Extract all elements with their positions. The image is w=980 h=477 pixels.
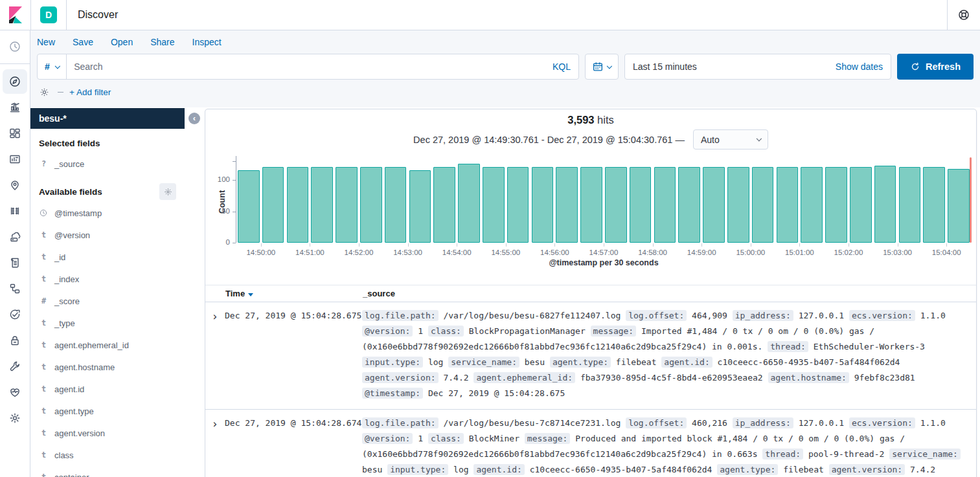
available-field-agent.hostname[interactable]: tagent.hostname: [30, 356, 205, 378]
histogram-bar-15:02:00[interactable]: [850, 167, 872, 243]
histogram-bar-14:58:30[interactable]: [678, 167, 700, 243]
time-column-header[interactable]: Time: [225, 289, 362, 298]
histogram-bar-14:53:30[interactable]: [433, 167, 455, 243]
histogram-bar-14:49:30[interactable]: [238, 170, 260, 243]
discover-app-badge[interactable]: D: [40, 6, 57, 23]
field-type-text-icon: t: [39, 428, 49, 438]
x-axis-tick: [310, 243, 310, 247]
histogram-bar-15:01:30[interactable]: [825, 167, 847, 243]
histogram-bar-15:00:30[interactable]: [777, 167, 799, 243]
nav-discover[interactable]: [3, 69, 27, 94]
histogram-bar-14:57:30[interactable]: [630, 167, 652, 243]
nav-recently-viewed[interactable]: [3, 34, 27, 59]
histogram-bar-15:02:30[interactable]: [874, 166, 896, 243]
nav-canvas[interactable]: [3, 147, 27, 172]
histogram-bar-14:54:30[interactable]: [483, 167, 505, 243]
nav-management[interactable]: [3, 406, 27, 430]
expand-row-icon[interactable]: ›: [205, 308, 225, 401]
available-field-@version[interactable]: t@version: [30, 224, 205, 246]
available-field-_score[interactable]: #_score: [30, 290, 205, 312]
search-input[interactable]: [67, 61, 553, 72]
nav-maps[interactable]: [3, 173, 27, 197]
available-field-agent.type[interactable]: tagent.type: [30, 400, 205, 422]
available-field-@timestamp[interactable]: @timestamp: [30, 202, 205, 224]
doc-time-cell: Dec 27, 2019 @ 15:04:28.674: [225, 416, 362, 477]
filter-settings-icon[interactable]: [39, 87, 50, 98]
show-dates-link[interactable]: Show dates: [836, 61, 883, 72]
kibana-logo[interactable]: [0, 6, 30, 24]
nav-metrics[interactable]: [3, 225, 27, 249]
available-field-_type[interactable]: t_type: [30, 312, 205, 334]
menu-save-link[interactable]: Save: [73, 37, 93, 47]
available-field-_id[interactable]: t_id: [30, 246, 205, 268]
current-time-marker: [970, 157, 972, 243]
date-picker-button[interactable]: [585, 54, 619, 80]
menu-share-link[interactable]: Share: [150, 37, 174, 47]
nav-logs[interactable]: [3, 250, 27, 275]
interval-select[interactable]: Auto: [693, 129, 768, 150]
x-tick-label: 15:03:00: [877, 249, 918, 256]
time-range-value: Last 15 minutes: [633, 61, 697, 72]
histogram-bar-14:54:00[interactable]: [458, 164, 480, 243]
menu-new-link[interactable]: New: [37, 37, 55, 47]
x-tick-label: 14:56:00: [534, 249, 575, 256]
expand-row-icon[interactable]: ›: [205, 416, 225, 477]
available-field-agent.version[interactable]: tagent.version: [30, 422, 205, 444]
query-filter-dropdown[interactable]: #: [38, 54, 67, 79]
histogram-bar-15:04:00[interactable]: [948, 169, 970, 243]
histogram-bar-14:50:30[interactable]: [287, 167, 309, 243]
histogram-bar-14:57:00[interactable]: [605, 167, 627, 243]
nav-dashboard[interactable]: [3, 121, 27, 146]
time-range-control[interactable]: Last 15 minutes Show dates: [624, 54, 891, 80]
available-field-class[interactable]: tclass: [30, 444, 205, 466]
histogram-bar-14:51:30[interactable]: [336, 167, 358, 243]
histogram-bar-14:55:00[interactable]: [507, 167, 529, 243]
histogram-bar-14:55:30[interactable]: [532, 167, 554, 243]
menu-open-link[interactable]: Open: [111, 37, 133, 47]
histogram-bar-14:52:30[interactable]: [385, 167, 407, 243]
nav-visualize[interactable]: [3, 95, 27, 120]
collapse-sidebar-button[interactable]: ‹: [188, 113, 200, 124]
histogram-bar-14:52:00[interactable]: [360, 167, 382, 243]
histogram-bar-14:59:00[interactable]: [703, 167, 725, 243]
nav-machine-learning[interactable]: [3, 199, 27, 223]
available-field-agent.ephemeral_id[interactable]: tagent.ephemeral_id: [30, 334, 205, 356]
field-name: agent.ephemeral_id: [54, 340, 129, 350]
histogram-bar-15:00:00[interactable]: [752, 167, 774, 243]
histogram-bar-14:56:00[interactable]: [556, 167, 578, 243]
nav-stack-monitoring[interactable]: [3, 380, 27, 405]
histogram-bar-14:50:00[interactable]: [262, 167, 284, 243]
discover-menu-row: NewSaveOpenShareInspect: [30, 30, 980, 54]
help-icon[interactable]: [957, 8, 970, 21]
nav-uptime[interactable]: [3, 302, 27, 327]
histogram-bar-14:51:00[interactable]: [311, 167, 333, 243]
index-pattern-selector[interactable]: besu-* ‹: [30, 108, 185, 129]
available-field-agent.id[interactable]: tagent.id: [30, 378, 205, 400]
doc-table-body: ›Dec 27, 2019 @ 15:04:28.675log.file.pat…: [205, 302, 976, 477]
available-field-container[interactable]: tcontainer: [30, 466, 205, 477]
available-field-_index[interactable]: t_index: [30, 268, 205, 290]
nav-siem[interactable]: [3, 328, 27, 353]
histogram-bar-14:58:00[interactable]: [654, 167, 676, 243]
add-filter-button[interactable]: + Add filter: [69, 87, 111, 97]
nav-apm[interactable]: [3, 276, 27, 301]
source-field-label: agent.version:: [829, 464, 906, 475]
histogram-bar-14:59:30[interactable]: [727, 167, 749, 243]
x-axis-tick: [946, 243, 947, 247]
refresh-button[interactable]: Refresh: [897, 54, 974, 80]
x-axis-tick: [701, 243, 702, 247]
histogram-bar-14:56:30[interactable]: [580, 167, 602, 243]
selected-field-_source[interactable]: ?_source: [30, 153, 205, 175]
histogram-bar-15:03:30[interactable]: [923, 167, 945, 243]
histogram-bar-15:03:00[interactable]: [899, 167, 921, 243]
nav-dev-tools[interactable]: [3, 354, 27, 379]
field-type-number-icon: #: [39, 296, 49, 305]
dev-tools-icon: [8, 360, 21, 373]
histogram-bar-14:53:00[interactable]: [409, 170, 431, 243]
field-type-text-icon: t: [39, 340, 49, 349]
field-settings-gear-icon[interactable]: [159, 183, 176, 200]
histogram-bar-15:01:00[interactable]: [801, 167, 823, 243]
menu-inspect-link[interactable]: Inspect: [192, 37, 222, 47]
kql-button[interactable]: KQL: [553, 61, 578, 72]
x-tick-label: 14:57:00: [583, 249, 624, 256]
